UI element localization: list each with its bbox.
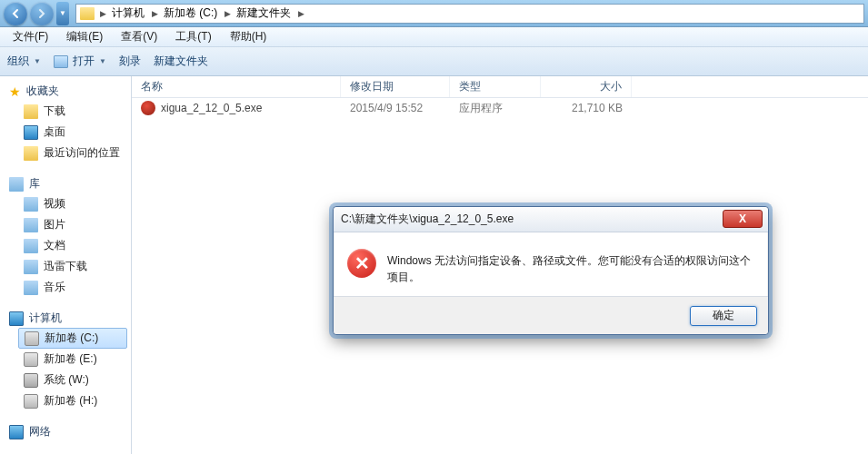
sidebar-item-drive-e[interactable]: 新加卷 (E:)	[0, 349, 131, 370]
menu-tools[interactable]: 工具(T)	[168, 27, 218, 46]
nav-history-dropdown[interactable]: ▼	[56, 2, 69, 25]
file-date-cell: 2015/4/9 15:52	[341, 102, 450, 114]
menubar: 文件(F) 编辑(E) 查看(V) 工具(T) 帮助(H)	[0, 27, 868, 47]
chevron-right-icon: ▶	[150, 9, 160, 18]
file-row[interactable]: xigua_2_12_0_5.exe 2015/4/9 15:52 应用程序 2…	[132, 98, 868, 118]
dialog-close-button[interactable]: X	[723, 210, 763, 228]
dialog-message: Windows 无法访问指定设备、路径或文件。您可能没有合适的权限访问这个项目。	[387, 249, 754, 285]
sidebar-item-documents[interactable]: 文档	[0, 235, 131, 256]
sidebar-item-drive-w[interactable]: 系统 (W:)	[0, 370, 131, 390]
toolbar: 组织▼ 打开▼ 刻录 新建文件夹	[0, 47, 868, 76]
sidebar-group-computer: 计算机 新加卷 (C:) 新加卷 (E:) 系统 (W:) 新加卷 (H:)	[0, 309, 131, 411]
column-header-date[interactable]: 修改日期	[341, 76, 450, 97]
nav-forward-button[interactable]	[30, 2, 54, 25]
computer-icon	[9, 311, 24, 326]
organize-button[interactable]: 组织▼	[7, 54, 41, 69]
drive-icon	[24, 352, 38, 367]
sidebar-item-recent[interactable]: 最近访问的位置	[0, 143, 131, 163]
sidebar-header-libraries[interactable]: 库	[0, 174, 131, 193]
drive-icon	[25, 331, 39, 346]
star-icon: ★	[9, 84, 21, 99]
new-folder-button[interactable]: 新建文件夹	[154, 54, 208, 69]
sidebar-label: 网络	[29, 424, 51, 439]
video-icon	[24, 197, 38, 212]
music-icon	[24, 281, 38, 295]
file-name-cell: xigua_2_12_0_5.exe	[132, 101, 341, 115]
sidebar-header-network[interactable]: 网络	[0, 422, 131, 441]
sidebar-item-music[interactable]: 音乐	[0, 277, 131, 298]
drive-icon	[24, 373, 38, 388]
dialog-title-text: C:\新建文件夹\xigua_2_12_0_5.exe	[341, 212, 514, 227]
sidebar-group-network: 网络	[0, 422, 131, 441]
menu-view[interactable]: 查看(V)	[114, 27, 165, 46]
error-icon: ✕	[347, 249, 376, 278]
picture-icon	[24, 218, 38, 232]
sidebar-header-computer[interactable]: 计算机	[0, 309, 131, 328]
sidebar-item-desktop[interactable]: 桌面	[0, 122, 131, 143]
library-icon	[9, 177, 24, 192]
dialog-footer: 确定	[334, 296, 768, 334]
breadcrumb-end[interactable]: ▶	[296, 9, 306, 18]
breadcrumb-segment[interactable]: ▶新加卷 (C:)	[150, 5, 219, 21]
chevron-down-icon: ▼	[34, 57, 41, 65]
sidebar-item-downloads[interactable]: 下载	[0, 101, 131, 122]
file-size-cell: 21,710 KB	[541, 102, 632, 114]
desktop-icon	[24, 125, 38, 140]
document-icon	[24, 239, 38, 253]
chevron-down-icon: ▼	[99, 57, 106, 65]
dialog-ok-button[interactable]: 确定	[690, 306, 757, 326]
menu-help[interactable]: 帮助(H)	[223, 27, 274, 46]
sidebar-label: 库	[29, 176, 40, 192]
chevron-right-icon: ▶	[223, 9, 233, 18]
sidebar-item-videos[interactable]: 视频	[0, 193, 131, 214]
sidebar-item-pictures[interactable]: 图片	[0, 214, 131, 235]
network-icon	[9, 425, 24, 439]
navigation-pane: ★ 收藏夹 下载 桌面 最近访问的位置 库 视频 图片 文档 迅雷下载 音乐	[0, 76, 132, 454]
open-button[interactable]: 打开▼	[54, 54, 106, 69]
sidebar-label: 计算机	[29, 311, 62, 326]
dialog-body: ✕ Windows 无法访问指定设备、路径或文件。您可能没有合适的权限访问这个项…	[334, 232, 767, 296]
chevron-right-icon: ▶	[296, 9, 306, 18]
titlebar: ▼ ▶计算机 ▶新加卷 (C:) ▶新建文件夹 ▶	[0, 0, 868, 27]
menu-edit[interactable]: 编辑(E)	[59, 27, 110, 46]
breadcrumb-segment[interactable]: ▶新建文件夹	[223, 5, 293, 21]
column-header-type[interactable]: 类型	[450, 76, 541, 97]
sidebar-item-xunlei[interactable]: 迅雷下载	[0, 256, 131, 277]
recent-icon	[24, 146, 38, 161]
drive-icon	[24, 394, 38, 409]
menu-file[interactable]: 文件(F)	[5, 27, 55, 46]
sidebar-group-favorites: ★ 收藏夹 下载 桌面 最近访问的位置	[0, 82, 131, 163]
nav-back-button[interactable]	[4, 2, 27, 25]
folder-icon	[24, 104, 38, 119]
sidebar-group-libraries: 库 视频 图片 文档 迅雷下载 音乐	[0, 174, 131, 298]
breadcrumb-segment[interactable]: ▶计算机	[98, 5, 146, 21]
chevron-right-icon: ▶	[98, 9, 108, 18]
sidebar-item-drive-c[interactable]: 新加卷 (C:)	[18, 328, 127, 349]
sidebar-item-drive-h[interactable]: 新加卷 (H:)	[0, 390, 131, 411]
download-icon	[24, 260, 38, 274]
folder-icon	[80, 7, 95, 20]
exe-icon	[141, 101, 155, 115]
error-dialog: C:\新建文件夹\xigua_2_12_0_5.exe X ✕ Windows …	[333, 206, 769, 335]
column-header-name[interactable]: 名称	[132, 76, 341, 97]
sidebar-label: 收藏夹	[26, 84, 59, 99]
open-icon	[54, 55, 68, 68]
column-header-size[interactable]: 大小	[541, 76, 632, 97]
burn-button[interactable]: 刻录	[119, 54, 141, 69]
column-headers: 名称 修改日期 类型 大小	[132, 76, 868, 98]
file-type-cell: 应用程序	[450, 101, 541, 116]
dialog-titlebar[interactable]: C:\新建文件夹\xigua_2_12_0_5.exe X	[334, 207, 768, 232]
sidebar-header-favorites[interactable]: ★ 收藏夹	[0, 82, 131, 101]
address-bar[interactable]: ▶计算机 ▶新加卷 (C:) ▶新建文件夹 ▶	[75, 4, 864, 24]
